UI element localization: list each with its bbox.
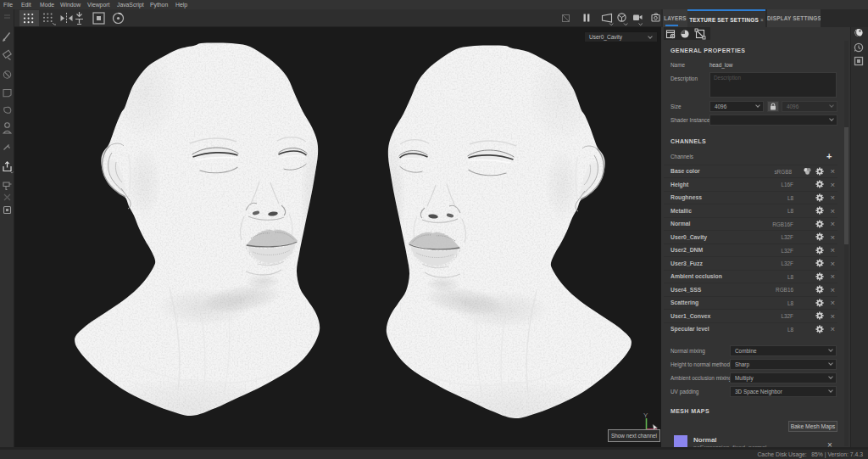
svg-text:Y: Y [643,411,648,419]
